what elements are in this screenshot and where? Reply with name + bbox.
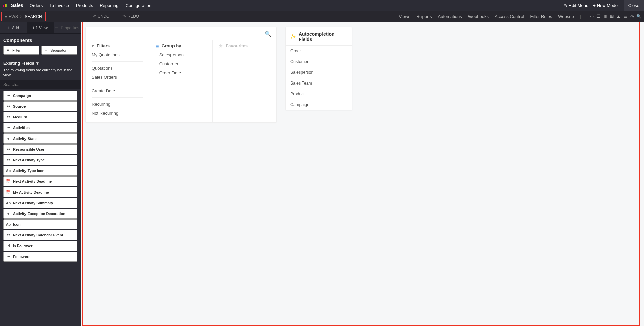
breadcrumb: VIEWS > SEARCH (1, 12, 46, 21)
redo-icon: ↷ (122, 14, 126, 19)
rm-views[interactable]: Views (399, 14, 410, 19)
list-view-icon[interactable]: ☰ (596, 14, 601, 19)
nav-orders[interactable]: Orders (30, 3, 43, 8)
rm-webhooks[interactable]: Webhooks (468, 14, 489, 19)
redo-button[interactable]: ↷REDO (122, 14, 139, 19)
svg-rect-2 (6, 4, 7, 7)
rm-reports[interactable]: Reports (416, 14, 432, 19)
search-view-icon[interactable]: 🔍 (636, 14, 641, 19)
pivot-view-icon[interactable]: ▤ (623, 14, 628, 19)
rm-automations[interactable]: Automations (438, 14, 462, 19)
svg-rect-1 (5, 4, 6, 7)
app-icon (3, 2, 9, 8)
new-model-button[interactable]: +New Model (593, 3, 619, 8)
rm-filter-rules[interactable]: Filter Rules (530, 14, 552, 19)
pencil-icon: ✎ (564, 3, 567, 8)
kanban-view-icon[interactable]: ▥ (602, 14, 608, 19)
top-navbar: Sales Orders To Invoice Products Reporti… (0, 0, 644, 11)
nav-to-invoice[interactable]: To Invoice (49, 3, 69, 8)
svg-rect-0 (3, 5, 4, 7)
app-name[interactable]: Sales (11, 3, 23, 8)
rm-access-control[interactable]: Access Control (495, 14, 524, 19)
breadcrumb-views[interactable]: VIEWS (5, 14, 18, 19)
nav-configuration[interactable]: Configuration (126, 3, 151, 8)
rm-website[interactable]: Website (558, 14, 574, 19)
breadcrumb-search: SEARCH (24, 14, 42, 19)
sub-toolbar: VIEWS > SEARCH ↶UNDO | ↷REDO Views Repor… (0, 11, 644, 22)
nav-reporting[interactable]: Reporting (100, 3, 118, 8)
form-view-icon[interactable]: ▭ (589, 14, 594, 19)
undo-button[interactable]: ↶UNDO (93, 14, 109, 19)
undo-icon: ↶ (93, 14, 96, 19)
graph-view-icon[interactable]: ▲ (616, 14, 621, 19)
breadcrumb-sep: > (20, 14, 22, 19)
activity-view-icon[interactable]: ◷ (629, 14, 635, 19)
calendar-view-icon[interactable]: ▦ (609, 14, 614, 19)
plus-icon: + (593, 3, 596, 8)
nav-products[interactable]: Products (76, 3, 93, 8)
view-switcher: ▭ ☰ ▥ ▦ ▲ ▤ ◷ 🔍 (589, 14, 641, 19)
edit-menu-button[interactable]: ✎Edit Menu (564, 3, 589, 8)
close-button[interactable]: Close (624, 0, 644, 11)
